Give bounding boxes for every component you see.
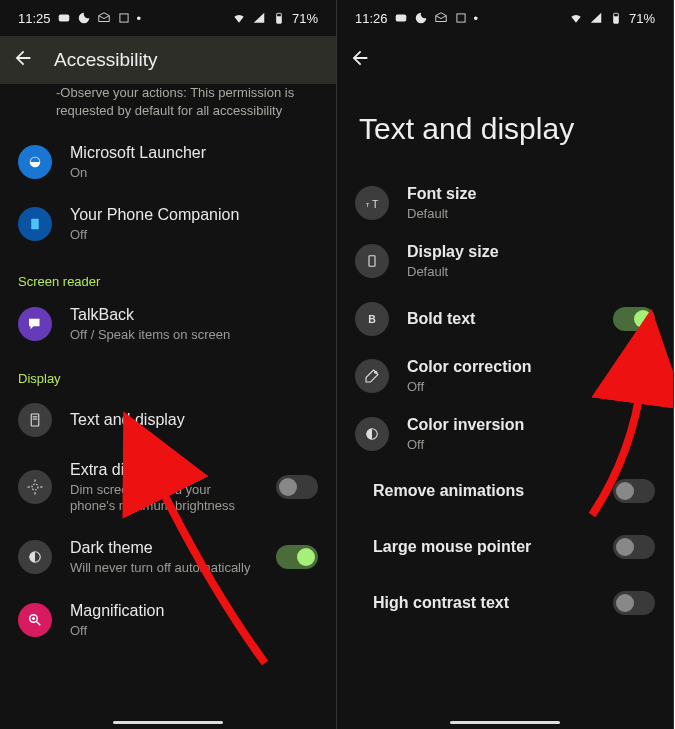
font-size-icon: тT xyxy=(355,186,389,220)
color-correction-icon xyxy=(355,359,389,393)
row-title: Microsoft Launcher xyxy=(70,143,318,163)
svg-rect-25 xyxy=(369,256,375,267)
svg-point-9 xyxy=(32,484,38,490)
row-display-size[interactable]: Display size Default xyxy=(337,232,673,290)
row-high-contrast-text[interactable]: High contrast text xyxy=(337,575,673,631)
row-title: Large mouse pointer xyxy=(373,537,595,557)
mail-icon xyxy=(434,11,448,25)
row-title: Color inversion xyxy=(407,415,655,435)
status-battery: 71% xyxy=(629,11,655,26)
bold-text-icon: B xyxy=(355,302,389,336)
high-contrast-toggle[interactable] xyxy=(613,591,655,615)
status-bar: 11:25 • 71% xyxy=(0,0,336,36)
svg-rect-1 xyxy=(119,14,127,22)
home-indicator[interactable] xyxy=(113,721,223,724)
page-title: Text and display xyxy=(337,84,673,174)
remove-animations-toggle[interactable] xyxy=(613,479,655,503)
svg-rect-5 xyxy=(31,219,39,230)
screenshot-icon xyxy=(117,11,131,25)
row-sub: Off xyxy=(407,437,655,453)
microsoft-launcher-icon xyxy=(18,145,52,179)
row-sub: Default xyxy=(407,206,655,222)
row-remove-animations[interactable]: Remove animations xyxy=(337,463,673,519)
talkback-icon xyxy=(18,307,52,341)
status-time: 11:25 xyxy=(18,11,51,26)
row-microsoft-launcher[interactable]: Microsoft Launcher On xyxy=(0,131,336,193)
row-font-size[interactable]: тT Font size Default xyxy=(337,174,673,232)
svg-rect-0 xyxy=(58,15,69,22)
your-phone-icon xyxy=(18,207,52,241)
row-title: Remove animations xyxy=(373,481,595,501)
row-extra-dim[interactable]: Extra dim Dim screen beyond your phone's… xyxy=(0,448,336,527)
section-screen-reader: Screen reader xyxy=(0,256,336,295)
moon-icon xyxy=(77,11,91,25)
row-large-mouse-pointer[interactable]: Large mouse pointer xyxy=(337,519,673,575)
status-battery: 71% xyxy=(292,11,318,26)
row-talkback[interactable]: TalkBack Off / Speak items on screen xyxy=(0,295,336,353)
appbar-title: Accessibility xyxy=(54,49,157,71)
row-title: Magnification xyxy=(70,601,318,621)
row-color-inversion[interactable]: Color inversion Off xyxy=(337,405,673,463)
permission-desc: -Observe your actions: This permission i… xyxy=(0,84,336,131)
svg-rect-8 xyxy=(33,418,38,419)
row-text-and-display[interactable]: Text and display xyxy=(0,392,336,448)
more-dot: • xyxy=(137,11,142,26)
svg-line-16 xyxy=(37,621,41,625)
row-sub: Off xyxy=(70,227,318,243)
back-icon[interactable] xyxy=(12,47,34,73)
row-magnification[interactable]: Magnification Off xyxy=(0,589,336,651)
svg-text:т: т xyxy=(366,200,370,209)
row-dark-theme[interactable]: Dark theme Will never turn off automatic… xyxy=(0,526,336,588)
wifi-icon xyxy=(232,11,246,25)
row-your-phone[interactable]: Your Phone Companion Off xyxy=(0,193,336,255)
extra-dim-icon xyxy=(18,470,52,504)
svg-text:T: T xyxy=(372,198,379,210)
large-pointer-toggle[interactable] xyxy=(613,535,655,559)
mail-icon xyxy=(97,11,111,25)
status-bar: 11:26 • 71% xyxy=(337,0,673,36)
svg-rect-22 xyxy=(614,16,619,23)
row-title: Extra dim xyxy=(70,460,258,480)
battery-icon xyxy=(609,11,623,25)
bold-text-toggle[interactable] xyxy=(613,307,655,331)
app-bar xyxy=(337,36,673,84)
row-sub: Dim screen beyond your phone's minimum b… xyxy=(70,482,258,515)
battery-icon xyxy=(272,11,286,25)
dark-theme-icon xyxy=(18,540,52,574)
row-title: High contrast text xyxy=(373,593,595,613)
svg-text:B: B xyxy=(368,312,376,324)
wifi-icon xyxy=(569,11,583,25)
section-display: Display xyxy=(0,353,336,392)
back-icon[interactable] xyxy=(349,47,371,73)
row-title: Dark theme xyxy=(70,538,258,558)
moon-icon xyxy=(414,11,428,25)
row-title: Your Phone Companion xyxy=(70,205,318,225)
more-dot: • xyxy=(474,11,479,26)
extra-dim-toggle[interactable] xyxy=(276,475,318,499)
dark-theme-toggle[interactable] xyxy=(276,545,318,569)
row-color-correction[interactable]: Color correction Off xyxy=(337,347,673,405)
signal-icon xyxy=(252,11,266,25)
svg-rect-19 xyxy=(395,15,406,22)
row-sub: Will never turn off automatically xyxy=(70,560,258,576)
row-title: Font size xyxy=(407,184,655,204)
home-indicator[interactable] xyxy=(450,721,560,724)
color-inversion-icon xyxy=(355,417,389,451)
svg-rect-3 xyxy=(277,16,282,23)
row-title: Text and display xyxy=(70,410,318,430)
svg-rect-20 xyxy=(456,14,464,22)
row-title: Bold text xyxy=(407,309,595,329)
row-bold-text[interactable]: B Bold text xyxy=(337,291,673,347)
app-bar: Accessibility xyxy=(0,36,336,84)
row-sub: Off xyxy=(70,623,318,639)
screenshot-icon xyxy=(454,11,468,25)
row-sub: Default xyxy=(407,264,655,280)
row-sub: Off xyxy=(407,379,655,395)
row-title: Display size xyxy=(407,242,655,262)
svg-point-27 xyxy=(374,370,377,373)
svg-rect-6 xyxy=(31,414,39,426)
display-size-icon xyxy=(355,244,389,278)
row-sub: On xyxy=(70,165,318,181)
status-time: 11:26 xyxy=(355,11,388,26)
row-title: TalkBack xyxy=(70,305,318,325)
